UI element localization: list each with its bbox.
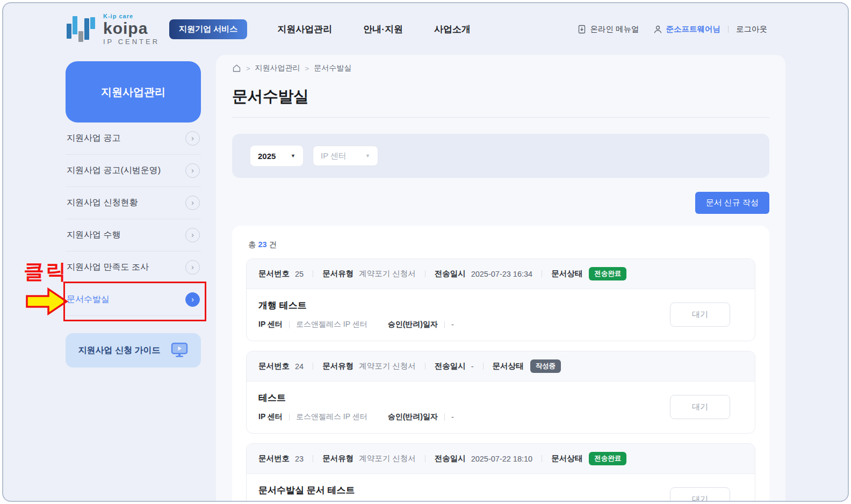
document-card-body: 문서수발실 문서 테스트 IP 센터 로스앤젤레스 IP 센터 승인(반려)일자… — [247, 474, 755, 502]
sidebar-title: 지원사업관리 — [101, 85, 165, 99]
breadcrumb-item-document-room[interactable]: 문서수발실 — [314, 63, 351, 73]
person-icon — [653, 25, 662, 34]
ip-center-select[interactable]: IP 센터 ▼ — [313, 146, 378, 166]
approval-date: - — [451, 413, 454, 421]
sidebar-item-execution[interactable]: 지원사업 수행 › — [66, 219, 201, 251]
doc-type: 계약포기 신청서 — [359, 361, 416, 371]
document-card-header: 문서번호 24 문서유형 계약포기 신청서 전송일시 - 문서상태 작성중 — [247, 351, 755, 381]
wait-button[interactable]: 대기 — [670, 395, 730, 419]
app-window: K-ip care koipa IP CENTER 지원기업 서비스 지원사업관… — [2, 2, 849, 502]
approval-date: - — [451, 320, 454, 329]
center-name: 로스앤젤레스 IP 센터 — [296, 320, 367, 329]
document-card-header: 문서번호 23 문서유형 계약포기 신청서 전송일시 2025-07-22 18… — [247, 444, 755, 474]
document-title: 테스트 — [258, 392, 670, 404]
status-badge: 전송완료 — [589, 267, 626, 280]
breadcrumb-sep-icon: > — [246, 64, 250, 73]
click-annotation-arrow-icon — [26, 287, 69, 316]
nav-item-support-business[interactable]: 지원사업관리 — [277, 23, 332, 35]
document-download-icon — [578, 25, 586, 34]
new-document-button[interactable]: 문서 신규 작성 — [695, 192, 769, 214]
page-title: 문서수발실 — [232, 86, 769, 107]
status-badge: 전송완료 — [589, 452, 626, 465]
document-card[interactable]: 문서번호 25 문서유형 계약포기 신청서 전송일시 2025-07-23 16… — [246, 258, 755, 341]
application-guide-button[interactable]: 지원사업 신청 가이드 — [66, 333, 201, 368]
video-monitor-icon — [171, 342, 188, 358]
breadcrumb-item-support[interactable]: 지원사업관리 — [255, 63, 300, 73]
sidebar: 지원사업관리 지원사업 공고 › 지원사업 공고(시범운영) › 지원사업 신청… — [66, 61, 201, 368]
chevron-right-icon: › — [185, 163, 200, 178]
service-badge[interactable]: 지원기업 서비스 — [169, 19, 247, 39]
koipa-logo[interactable]: K-ip care koipa IP CENTER — [67, 13, 160, 45]
logout-link[interactable]: 로그아웃 — [736, 24, 767, 34]
online-manual-link[interactable]: 온라인 메뉴얼 — [578, 24, 639, 34]
user-account-link[interactable]: 준소프트웨어님 — [653, 24, 721, 34]
sent-at: 2025-07-23 16:34 — [471, 270, 533, 278]
guide-label: 지원사업 신청 가이드 — [78, 345, 161, 356]
document-card[interactable]: 문서번호 23 문서유형 계약포기 신청서 전송일시 2025-07-22 18… — [246, 443, 755, 502]
header-divider — [728, 26, 729, 33]
breadcrumb-sep-icon: > — [305, 64, 309, 73]
wait-button[interactable]: 대기 — [670, 487, 730, 502]
chevron-right-icon: › — [185, 196, 200, 210]
chevron-right-icon: › — [185, 228, 200, 242]
doc-no: 25 — [295, 270, 304, 278]
koipa-logo-icon — [67, 14, 96, 44]
ip-center-placeholder: IP 센터 — [321, 151, 347, 161]
document-title: 개행 테스트 — [258, 299, 670, 312]
username-text: 준소프트웨어님 — [666, 24, 721, 34]
total-count-line: 총 23 건 — [248, 240, 755, 250]
click-annotation-text: 클릭 — [24, 258, 68, 285]
sidebar-item-notice-pilot[interactable]: 지원사업 공고(시범운영) › — [66, 155, 201, 187]
chevron-right-icon: › — [185, 131, 200, 146]
year-select[interactable]: 2025 ▼ — [250, 146, 303, 166]
title-divider — [232, 117, 769, 118]
sidebar-item-notice[interactable]: 지원사업 공고 › — [66, 123, 201, 155]
chevron-right-icon: › — [185, 292, 200, 307]
doc-type: 계약포기 신청서 — [359, 453, 416, 464]
top-header: K-ip care koipa IP CENTER 지원기업 서비스 지원사업관… — [3, 3, 848, 55]
nav-item-business-intro[interactable]: 사업소개 — [434, 23, 471, 35]
sidebar-item-application-status[interactable]: 지원사업 신청현황 › — [66, 187, 201, 219]
logo-koipa-text: koipa — [103, 20, 160, 37]
doc-no: 24 — [295, 362, 304, 371]
total-count: 23 — [258, 240, 267, 249]
breadcrumb: > 지원사업관리 > 문서수발실 — [232, 63, 769, 73]
document-card-body: 테스트 IP 센터 로스앤젤레스 IP 센터 승인(반려)일자 - — [247, 381, 755, 433]
sent-at: - — [471, 362, 474, 371]
document-title: 문서수발실 문서 테스트 — [258, 484, 670, 496]
document-list: 총 23 건 문서번호 25 문서유형 계약포기 신청서 전송일시 2025-0… — [232, 226, 769, 502]
sidebar-menu: 지원사업 공고 › 지원사업 공고(시범운영) › 지원사업 신청현황 › 지원… — [66, 123, 201, 316]
header-utils: 온라인 메뉴얼 준소프트웨어님 로그아웃 — [578, 24, 767, 34]
caret-down-icon: ▼ — [291, 153, 295, 159]
wait-button[interactable]: 대기 — [670, 303, 730, 327]
main-content: > 지원사업관리 > 문서수발실 문서수발실 2025 ▼ IP 센터 ▼ 문서… — [216, 55, 785, 502]
document-card-header: 문서번호 25 문서유형 계약포기 신청서 전송일시 2025-07-23 16… — [247, 259, 755, 289]
status-badge: 작성중 — [530, 359, 561, 373]
sidebar-item-satisfaction-survey[interactable]: 지원사업 만족도 조사 › — [66, 251, 201, 284]
home-icon[interactable] — [232, 64, 241, 73]
sent-at: 2025-07-22 18:10 — [471, 455, 533, 463]
filter-panel: 2025 ▼ IP 센터 ▼ — [232, 134, 769, 178]
caret-down-icon: ▼ — [365, 153, 370, 159]
doc-type: 계약포기 신청서 — [359, 269, 416, 279]
doc-no: 23 — [295, 455, 304, 463]
document-card-body: 개행 테스트 IP 센터 로스앤젤레스 IP 센터 승인(반려)일자 - — [247, 289, 755, 341]
year-select-value: 2025 — [258, 152, 276, 161]
document-card[interactable]: 문서번호 24 문서유형 계약포기 신청서 전송일시 - 문서상태 작성중 — [246, 351, 755, 434]
sidebar-title-card: 지원사업관리 — [66, 61, 201, 123]
online-manual-label: 온라인 메뉴얼 — [590, 24, 639, 34]
sidebar-item-document-room[interactable]: 문서수발실 › — [66, 284, 201, 316]
logo-kipcare-text: K-ip care — [103, 13, 160, 19]
center-name: 로스앤젤레스 IP 센터 — [296, 412, 367, 422]
logout-label: 로그아웃 — [736, 24, 767, 34]
nav-item-guide-support[interactable]: 안내·지원 — [363, 23, 403, 35]
main-nav: 지원사업관리 안내·지원 사업소개 — [277, 23, 471, 35]
chevron-right-icon: › — [185, 260, 200, 275]
logo-ipcenter-text: IP CENTER — [103, 38, 160, 45]
